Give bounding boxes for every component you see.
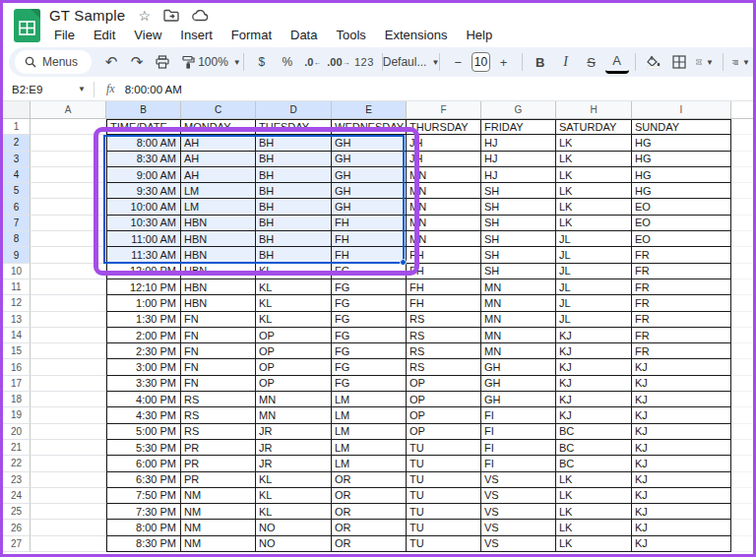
cell-a7[interactable] xyxy=(31,216,106,231)
cell-h14[interactable]: KJ xyxy=(556,328,632,343)
column-header-f[interactable]: F xyxy=(407,101,481,119)
cell-g23[interactable]: VS xyxy=(481,472,556,488)
row-number-16[interactable]: 16 xyxy=(3,359,31,375)
cell-h15[interactable]: KJ xyxy=(556,343,632,359)
cell-a20[interactable] xyxy=(31,424,106,440)
cell-d11[interactable]: KL xyxy=(256,279,332,295)
menu-view[interactable]: View xyxy=(129,27,166,43)
cell-a21[interactable] xyxy=(31,440,106,456)
cell-i18[interactable]: KJ xyxy=(632,392,731,407)
cell-a4[interactable] xyxy=(31,167,106,183)
row-number-9[interactable]: 9 xyxy=(3,247,31,263)
cell-a3[interactable] xyxy=(31,152,106,167)
cell-g18[interactable]: GH xyxy=(481,392,556,407)
row-number-17[interactable]: 17 xyxy=(3,376,31,392)
selection-range-b2-e9[interactable] xyxy=(103,135,405,264)
cell-h23[interactable]: LK xyxy=(556,472,632,488)
cell-h27[interactable]: LK xyxy=(556,536,632,552)
cell-a6[interactable] xyxy=(31,199,106,215)
column-header-e[interactable]: E xyxy=(332,101,407,119)
cell-b25[interactable]: 7:30 PM xyxy=(106,504,181,520)
cell-i2[interactable]: HG xyxy=(632,135,731,151)
cell-i9[interactable]: FR xyxy=(632,247,731,263)
cell-h4[interactable]: LK xyxy=(556,167,632,183)
cell-f15[interactable]: RS xyxy=(407,343,481,359)
cell-c20[interactable]: RS xyxy=(181,424,256,440)
cell-g9[interactable]: SH xyxy=(481,247,556,263)
format-percent-button[interactable]: % xyxy=(276,50,299,74)
row-number-26[interactable]: 26 xyxy=(3,520,31,535)
cell-i14[interactable]: FR xyxy=(632,328,731,343)
row-number-7[interactable]: 7 xyxy=(3,216,31,231)
cell-g14[interactable]: MN xyxy=(481,328,556,343)
cell-h9[interactable]: JL xyxy=(556,247,632,263)
cell-a18[interactable] xyxy=(31,392,106,407)
cell-a22[interactable] xyxy=(31,456,106,471)
cell-c26[interactable]: NM xyxy=(181,520,256,535)
cell-i23[interactable]: KJ xyxy=(632,472,731,488)
format-currency-button[interactable]: $ xyxy=(250,50,274,74)
cell-d13[interactable]: KL xyxy=(256,312,332,328)
cell-i11[interactable]: FR xyxy=(632,279,731,295)
cell-i12[interactable]: FR xyxy=(632,295,731,311)
cell-d26[interactable]: NO xyxy=(256,520,332,535)
cell-f6[interactable]: MN xyxy=(407,199,481,215)
row-number-8[interactable]: 8 xyxy=(3,231,31,247)
cell-i20[interactable]: KJ xyxy=(632,424,731,440)
cloud-status-icon[interactable] xyxy=(192,10,209,22)
increase-font-size-button[interactable]: + xyxy=(492,50,516,74)
cell-f5[interactable]: MN xyxy=(407,183,481,199)
cell-h26[interactable]: LK xyxy=(556,520,632,535)
cell-g27[interactable]: VS xyxy=(481,536,556,552)
cell-f20[interactable]: OP xyxy=(407,424,481,440)
row-number-4[interactable]: 4 xyxy=(3,167,31,183)
row-number-6[interactable]: 6 xyxy=(3,199,31,215)
cell-f4[interactable]: MN xyxy=(407,167,481,183)
cell-g24[interactable]: VS xyxy=(481,488,556,504)
cell-c25[interactable]: NM xyxy=(181,504,256,520)
cell-b21[interactable]: 5:30 PM xyxy=(106,440,181,456)
cell-f24[interactable]: TU xyxy=(407,488,481,504)
cell-b23[interactable]: 6:30 PM xyxy=(106,472,181,488)
cell-f22[interactable]: TU xyxy=(407,456,481,471)
cell-f14[interactable]: RS xyxy=(407,328,481,343)
cell-c22[interactable]: PR xyxy=(181,456,256,471)
cell-a12[interactable] xyxy=(31,295,106,311)
cell-e15[interactable]: FG xyxy=(332,343,407,359)
column-header-g[interactable]: G xyxy=(481,101,556,119)
menu-extensions[interactable]: Extensions xyxy=(380,27,453,43)
cell-e16[interactable]: FG xyxy=(332,359,407,375)
cell-d17[interactable]: OP xyxy=(256,376,332,392)
cell-a17[interactable] xyxy=(31,376,106,392)
cell-f23[interactable]: TU xyxy=(407,472,481,488)
cell-a9[interactable] xyxy=(31,247,106,263)
menu-format[interactable]: Format xyxy=(226,27,277,43)
row-number-13[interactable]: 13 xyxy=(3,312,31,328)
cell-i22[interactable]: KJ xyxy=(632,456,731,471)
cell-d15[interactable]: OP xyxy=(256,343,332,359)
row-number-19[interactable]: 19 xyxy=(3,407,31,423)
cell-a2[interactable] xyxy=(31,135,106,151)
cell-i17[interactable]: KJ xyxy=(632,376,731,392)
formula-input[interactable]: 8:00:00 AM xyxy=(125,84,182,95)
zoom-dropdown[interactable]: 100% ▼ xyxy=(202,50,237,74)
cell-f27[interactable]: TU xyxy=(407,536,481,552)
cell-h10[interactable]: JL xyxy=(556,264,632,279)
cell-i21[interactable]: KJ xyxy=(632,440,731,456)
row-number-11[interactable]: 11 xyxy=(3,279,31,295)
cell-d1[interactable]: TUESDAY xyxy=(256,119,332,135)
cell-a25[interactable] xyxy=(31,504,106,520)
cell-b12[interactable]: 1:00 PM xyxy=(106,295,181,311)
cell-d19[interactable]: MN xyxy=(256,407,332,423)
cell-i25[interactable]: KJ xyxy=(632,504,731,520)
cell-i26[interactable]: KJ xyxy=(632,520,731,535)
cell-d14[interactable]: OP xyxy=(256,328,332,343)
selection-fill-handle[interactable] xyxy=(400,259,407,266)
cell-d23[interactable]: KL xyxy=(256,472,332,488)
cell-e25[interactable]: OR xyxy=(332,504,407,520)
cell-c16[interactable]: FN xyxy=(181,359,256,375)
cell-h1[interactable]: SATURDAY xyxy=(556,119,632,135)
row-number-20[interactable]: 20 xyxy=(3,424,31,440)
cell-e14[interactable]: FG xyxy=(332,328,407,343)
menu-insert[interactable]: Insert xyxy=(175,27,218,43)
